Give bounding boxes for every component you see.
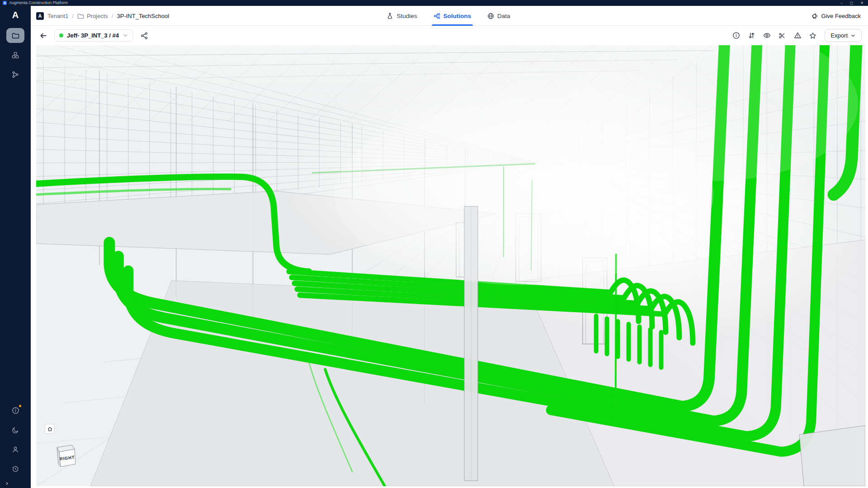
- megaphone-icon: [811, 13, 818, 19]
- top-header: A Tenant1 / Projects / 3P-INT_TechSchool: [31, 6, 868, 26]
- chevron-down-icon: [123, 33, 128, 38]
- toolbar-right-group: Export: [729, 29, 862, 42]
- solution-toolbar: Jeff- 3P_INT_3 / #4: [31, 26, 868, 45]
- globe-icon: [487, 13, 494, 19]
- breadcrumb-current-project: 3P-INT_TechSchool: [117, 13, 169, 19]
- app-icon: A: [3, 1, 7, 5]
- breadcrumb-projects[interactable]: Projects: [77, 13, 108, 19]
- moon-icon: [12, 427, 19, 434]
- info-button[interactable]: [729, 29, 743, 42]
- viewport-3d[interactable]: RIGHT: [36, 45, 865, 486]
- back-button[interactable]: [36, 29, 51, 42]
- sidebar-item-history[interactable]: [6, 461, 24, 476]
- minimize-button[interactable]: –: [840, 1, 842, 5]
- breadcrumb-tenant[interactable]: Tenant1: [47, 13, 68, 19]
- sort-arrows-button[interactable]: [744, 29, 759, 42]
- tenant-logo: A: [36, 12, 44, 20]
- app-logo: A: [12, 10, 19, 20]
- sidebar-item-projects[interactable]: [6, 28, 24, 43]
- folder-icon: [12, 32, 19, 39]
- sidebar: A: [0, 6, 31, 488]
- tab-solutions-label: Solutions: [443, 13, 472, 19]
- tab-data[interactable]: Data: [487, 6, 510, 26]
- history-clock-icon: [12, 465, 19, 473]
- give-feedback-label: Give Feedback: [821, 13, 861, 19]
- breadcrumb-separator: /: [72, 13, 74, 19]
- breadcrumb-separator: /: [112, 13, 113, 19]
- star-button[interactable]: [806, 29, 820, 42]
- sidebar-item-notifications[interactable]: [6, 403, 24, 418]
- share-button[interactable]: [137, 29, 151, 42]
- tab-studies-label: Studies: [396, 13, 417, 19]
- window-title: Augmenta Construction Platform: [9, 1, 68, 5]
- info-circle-icon: [12, 407, 19, 414]
- studies-icon: [387, 13, 393, 19]
- sidebar-item-workflows[interactable]: [6, 67, 24, 82]
- tab-studies[interactable]: Studies: [387, 6, 417, 26]
- export-button[interactable]: Export: [825, 29, 862, 42]
- solutions-icon: [434, 13, 440, 19]
- chevron-down-icon: [850, 33, 856, 38]
- close-button[interactable]: ✕: [860, 1, 863, 5]
- sidebar-item-models[interactable]: [6, 47, 24, 62]
- home-view-button[interactable]: [45, 424, 55, 434]
- give-feedback-button[interactable]: Give Feedback: [811, 13, 861, 19]
- sidebar-expand-button[interactable]: ›: [5, 479, 9, 487]
- breadcrumb-projects-label: Projects: [87, 13, 108, 19]
- tab-data-label: Data: [497, 13, 510, 19]
- warning-button[interactable]: [790, 29, 805, 42]
- solution-selector[interactable]: Jeff- 3P_INT_3 / #4: [54, 29, 133, 42]
- scene-canvas: [36, 45, 865, 486]
- boxes-icon: [12, 52, 19, 59]
- status-dot: [59, 33, 63, 38]
- window-titlebar: A Augmenta Construction Platform – ▢ ✕: [0, 0, 868, 6]
- tab-solutions[interactable]: Solutions: [434, 6, 472, 26]
- eye-button[interactable]: [760, 29, 774, 42]
- sidebar-item-account[interactable]: [6, 442, 24, 457]
- export-label: Export: [830, 32, 848, 39]
- scissors-button[interactable]: [775, 29, 789, 42]
- maximize-button[interactable]: ▢: [850, 1, 854, 5]
- notification-dot: [19, 405, 21, 407]
- workflow-icon: [12, 71, 19, 78]
- breadcrumb: A Tenant1 / Projects / 3P-INT_TechSchool: [36, 12, 387, 20]
- sidebar-item-theme[interactable]: [6, 422, 24, 437]
- solution-name: Jeff- 3P_INT_3 / #4: [67, 32, 119, 39]
- main-tabs: Studies Solutions Data: [387, 6, 510, 26]
- folder-icon: [77, 13, 84, 19]
- user-icon: [12, 446, 19, 453]
- view-cube[interactable]: RIGHT: [53, 442, 80, 470]
